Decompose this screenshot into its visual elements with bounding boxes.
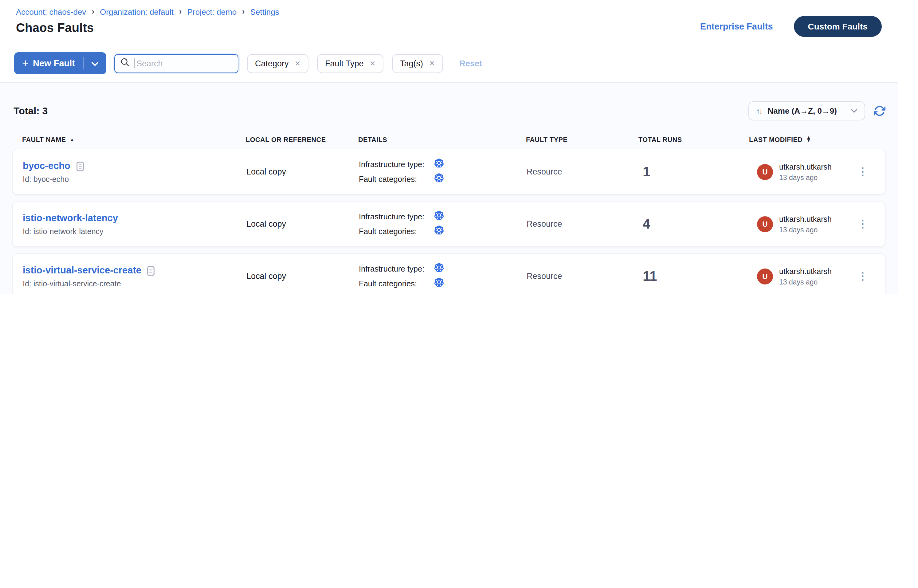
copy-id-icon[interactable] [76,161,84,171]
column-header-fault-name[interactable]: FAULT NAME ▲ [22,136,246,143]
last-modified-cell: u utkarsh.utkarsh 13 days ago [750,215,850,233]
fault-rows: byoc-echo Id: byoc-echo Local copy Infra… [12,149,886,294]
sort-updown-icon: ▲▼ [806,137,811,142]
sort-controls: ↑↓ Name (A→Z, 0→9) [748,102,886,120]
column-label: FAULT NAME [22,136,66,143]
kubernetes-icon [434,210,444,223]
total-runs-value: 1 [639,164,750,180]
sort-arrows-icon: ↑↓ [756,107,761,115]
avatar: u [757,268,773,284]
avatar: u [757,216,773,232]
sort-selected-value: Name (A→Z, 0→9) [768,106,837,116]
refresh-icon [874,105,886,117]
copy-id-icon[interactable] [147,266,155,276]
fault-name-link[interactable]: istio-virtual-service-create [23,265,141,276]
column-header-last-modified[interactable]: LAST MODIFIED ▲▼ [749,136,851,143]
fault-categories-label: Fault categories: [359,227,434,236]
chevron-down-icon [851,109,857,113]
filter-chips: Category ✕ Fault Type ✕ Tag(s) ✕ [247,54,443,73]
breadcrumb: Account: chaos-dev › Organization: defau… [16,7,700,16]
breadcrumb-organization[interactable]: Organization: default [100,7,174,16]
header-actions: Enterprise Faults Custom Faults [700,16,882,37]
new-fault-button[interactable]: + New Fault [14,52,106,74]
kubernetes-icon [434,225,444,238]
chip-label: Tag(s) [400,59,423,68]
sort-ascending-icon: ▲ [70,137,75,142]
text-caret [134,58,135,68]
filter-chip-fault-type[interactable]: Fault Type ✕ [317,54,383,73]
plus-icon: + [22,58,29,69]
kubernetes-icon [434,277,444,290]
column-label: FAULT TYPE [526,136,567,143]
total-count: Total: 3 [13,105,48,116]
new-fault-dropdown-toggle[interactable] [84,59,106,68]
breadcrumb-project[interactable]: Project: demo [187,7,237,16]
column-header-fault-type: FAULT TYPE [526,136,638,143]
enterprise-faults-link[interactable]: Enterprise Faults [700,21,773,31]
table-row[interactable]: istio-virtual-service-create Id: istio-v… [12,253,886,294]
close-icon[interactable]: ✕ [370,59,375,67]
fault-name-link[interactable]: byoc-echo [23,160,70,171]
column-header-local-or-reference: LOCAL OR REFERENCE [246,136,358,143]
column-header-details: DETAILS [358,136,526,143]
last-modified-cell: u utkarsh.utkarsh 13 days ago [750,163,850,181]
fault-id: Id: byoc-echo [23,175,246,183]
filter-chip-tags[interactable]: Tag(s) ✕ [392,54,443,73]
content-area: Total: 3 ↑↓ Name (A→Z, 0→9) [0,83,898,294]
details-cell: Infrastructure type: Fault categories: [359,260,527,292]
search-input[interactable] [136,59,222,68]
table-row[interactable]: byoc-echo Id: byoc-echo Local copy Infra… [12,149,886,195]
local-or-reference-value: Local copy [246,271,359,281]
filter-chip-category[interactable]: Category ✕ [247,54,309,73]
column-label: TOTAL RUNS [638,136,682,143]
chip-label: Fault Type [325,59,364,68]
total-runs-value: 4 [639,216,750,232]
fault-name-link[interactable]: istio-network-latency [23,212,118,223]
chaos-faults-page: Account: chaos-dev › Organization: defau… [0,0,918,294]
close-icon[interactable]: ✕ [295,59,301,67]
modified-time: 13 days ago [779,226,832,233]
kubernetes-icon [434,158,444,171]
search-icon [120,57,130,69]
modified-time: 13 days ago [779,174,832,181]
table-row[interactable]: istio-network-latency Id: istio-network-… [12,201,886,247]
row-menu-button[interactable]: ⋮ [850,273,875,279]
column-label: DETAILS [358,136,387,143]
local-or-reference-value: Local copy [246,167,359,176]
fault-name-cell: istio-virtual-service-create Id: istio-v… [23,265,246,288]
breadcrumb-account[interactable]: Account: chaos-dev [16,7,86,16]
row-menu-button[interactable]: ⋮ [850,169,875,175]
modified-by: utkarsh.utkarsh [779,215,832,223]
sort-dropdown[interactable]: ↑↓ Name (A→Z, 0→9) [748,102,865,120]
breadcrumb-separator-icon: › [92,7,94,16]
modified-by: utkarsh.utkarsh [779,163,832,171]
kubernetes-icon [434,173,444,186]
fault-categories-label: Fault categories: [359,279,434,288]
column-header-total-runs: TOTAL RUNS [638,136,749,143]
main-column: Account: chaos-dev › Organization: defau… [0,0,899,294]
list-controls: Total: 3 ↑↓ Name (A→Z, 0→9) [12,102,886,120]
total-runs-value: 11 [639,268,750,284]
breadcrumb-settings[interactable]: Settings [251,7,279,16]
fault-categories-label: Fault categories: [359,174,434,184]
chevron-down-icon [92,59,98,68]
reset-filters-button[interactable]: Reset [460,59,482,68]
row-menu-button[interactable]: ⋮ [850,221,875,227]
column-label: LOCAL OR REFERENCE [246,136,326,143]
top-header: Account: chaos-dev › Organization: defau… [0,0,898,44]
avatar: u [757,164,773,180]
header-left: Account: chaos-dev › Organization: defau… [16,7,700,35]
toolbar: + New Fault Category ✕ [0,44,898,83]
custom-faults-button[interactable]: Custom Faults [794,16,882,37]
fault-type-value: Resource [527,167,639,176]
infrastructure-type-label: Infrastructure type: [359,212,434,221]
refresh-button[interactable] [874,105,886,117]
last-modified-cell: u utkarsh.utkarsh 13 days ago [750,267,850,285]
chip-label: Category [255,59,289,68]
kubernetes-icon [434,262,444,275]
close-icon[interactable]: ✕ [429,59,435,67]
search-box[interactable] [114,54,238,73]
new-fault-label: New Fault [33,58,75,68]
page-title: Chaos Faults [16,21,700,35]
right-gutter [899,0,918,294]
